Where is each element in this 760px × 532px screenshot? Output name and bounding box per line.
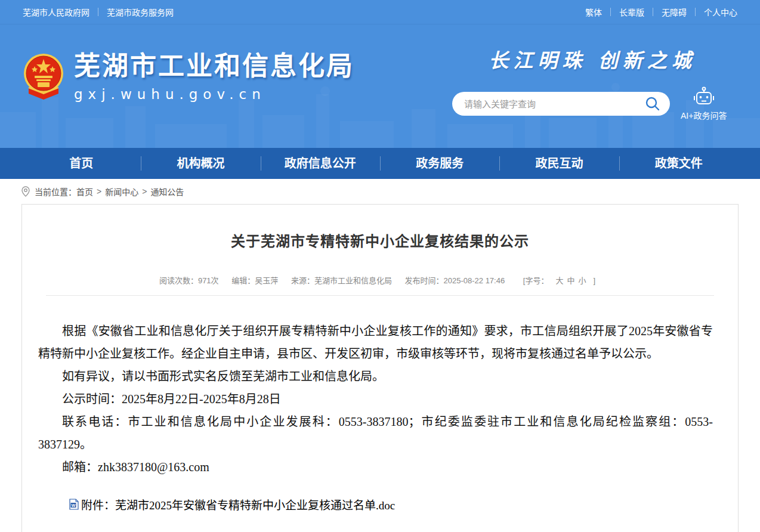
link-elder-version[interactable]: 长辈版 <box>619 6 644 18</box>
search-icon <box>645 96 660 112</box>
site-search[interactable] <box>452 92 670 116</box>
attachment-row: W 附件： 芜湖市2025年安徽省专精特新中小企业复核通过名单.doc <box>38 496 713 512</box>
breadcrumb-separator: > <box>142 187 147 196</box>
article-paragraph: 公示时间：2025年8月22日-2025年8月28日 <box>38 388 713 410</box>
ai-qa-label: AI+政务问答 <box>681 109 727 121</box>
national-emblem-icon <box>23 52 64 100</box>
font-size-large-button[interactable]: 大 <box>555 276 563 285</box>
ai-qa-entry[interactable]: AI+政务问答 <box>681 86 727 121</box>
link-wuhu-gov-site[interactable]: 芜湖市人民政府网 <box>23 6 89 18</box>
breadcrumb-home[interactable]: 首页 <box>76 185 93 197</box>
brand-text: 芜湖市工业和信息化局 gxj.wuhu.gov.cn <box>74 52 354 102</box>
link-accessibility[interactable]: 无障碍 <box>662 6 687 18</box>
site-brand[interactable]: 芜湖市工业和信息化局 gxj.wuhu.gov.cn <box>23 52 354 102</box>
meta-views: 阅读次数：971次 <box>159 276 219 285</box>
site-name: 芜湖市工业和信息化局 <box>74 52 354 81</box>
attachment-label: 附件： <box>81 496 115 512</box>
divider <box>653 8 653 16</box>
topbar-right-links: 繁体 长辈版 无障碍 个人中心 <box>585 6 737 18</box>
article-meta: 阅读次数：971次 编辑：吴玉萍 来源：芜湖市工业和信息化局 发布时间：2025… <box>22 274 738 286</box>
font-size-small-button[interactable]: 小 <box>578 276 586 285</box>
font-size-prefix: [字号： <box>523 276 549 285</box>
article-paragraph: 如有异议，请以书面形式实名反馈至芜湖市工业和信息化局。 <box>38 365 713 388</box>
site-domain: gxj.wuhu.gov.cn <box>74 86 354 102</box>
breadcrumb-notices[interactable]: 通知公告 <box>150 185 184 197</box>
attachment-file-link[interactable]: 芜湖市2025年安徽省专精特新中小企业复核通过名单.doc <box>115 496 395 512</box>
word-doc-icon: W <box>69 499 79 510</box>
font-size-medium-button[interactable]: 中 <box>567 276 574 285</box>
meta-publish-time: 发布时间：2025-08-22 17:46 <box>405 276 505 285</box>
article-panel: 关于芜湖市专精特新中小企业复核结果的公示 阅读次数：971次 编辑：吴玉萍 来源… <box>21 204 739 532</box>
city-slogan: 长江明珠 创新之城 <box>452 45 733 73</box>
link-personal-center[interactable]: 个人中心 <box>704 6 737 18</box>
location-pin-icon <box>21 186 30 197</box>
breadcrumb-news-center[interactable]: 新闻中心 <box>105 185 138 197</box>
article-paragraph: 联系电话：市工业和信息化局中小企业发展科：0553-3837180；市纪委监委驻… <box>38 410 713 456</box>
svg-text:W: W <box>72 503 76 508</box>
search-row: AI+政务问答 <box>452 86 733 121</box>
link-wuhu-service-site[interactable]: 芜湖市政务服务网 <box>107 6 174 18</box>
search-input[interactable] <box>464 99 644 109</box>
meta-editor: 编辑：吴玉萍 <box>231 276 278 285</box>
article-body: 根据《安徽省工业和信息化厅关于组织开展专精特新中小企业复核工作的通知》要求，市工… <box>38 320 713 478</box>
meta-divider <box>46 295 714 296</box>
nav-item-home[interactable]: 首页 <box>21 148 141 179</box>
meta-font-size-control: [字号：大中小] <box>518 276 601 285</box>
nav-item-policy-documents[interactable]: 政策文件 <box>619 148 739 179</box>
nav-item-gov-services[interactable]: 政务服务 <box>380 148 499 179</box>
breadcrumb-separator: > <box>97 187 101 196</box>
nav-item-agency-overview[interactable]: 机构概况 <box>141 148 260 179</box>
site-header: 芜湖市工业和信息化局 gxj.wuhu.gov.cn 长江明珠 创新之城 <box>0 24 760 148</box>
divider <box>695 8 696 16</box>
font-size-suffix: ] <box>593 276 595 285</box>
divider <box>98 8 98 16</box>
robot-icon <box>692 86 716 107</box>
divider <box>610 8 611 16</box>
nav-item-gov-info-disclosure[interactable]: 政府信息公开 <box>261 148 380 179</box>
article-paragraph: 邮箱：zhk3837180@163.com <box>38 456 713 478</box>
breadcrumb-prefix: 当前位置： <box>35 185 76 197</box>
meta-source: 来源：芜湖市工业和信息化局 <box>291 276 392 285</box>
article-title: 关于芜湖市专精特新中小企业复核结果的公示 <box>22 230 738 250</box>
search-button[interactable] <box>644 95 662 113</box>
main-nav: 首页 机构概况 政府信息公开 政务服务 政民互动 政策文件 <box>0 148 760 179</box>
topbar-left-links: 芜湖市人民政府网 芜湖市政务服务网 <box>23 6 174 18</box>
article-paragraph: 根据《安徽省工业和信息化厅关于组织开展专精特新中小企业复核工作的通知》要求，市工… <box>38 320 713 365</box>
top-utility-bar: 芜湖市人民政府网 芜湖市政务服务网 繁体 长辈版 无障碍 个人中心 <box>0 0 760 24</box>
breadcrumb: 当前位置： 首页 > 新闻中心 > 通知公告 <box>0 179 760 204</box>
header-right: 长江明珠 创新之城 <box>452 45 733 121</box>
nav-item-public-interaction[interactable]: 政民互动 <box>499 148 619 179</box>
link-traditional-chinese[interactable]: 繁体 <box>585 6 602 18</box>
